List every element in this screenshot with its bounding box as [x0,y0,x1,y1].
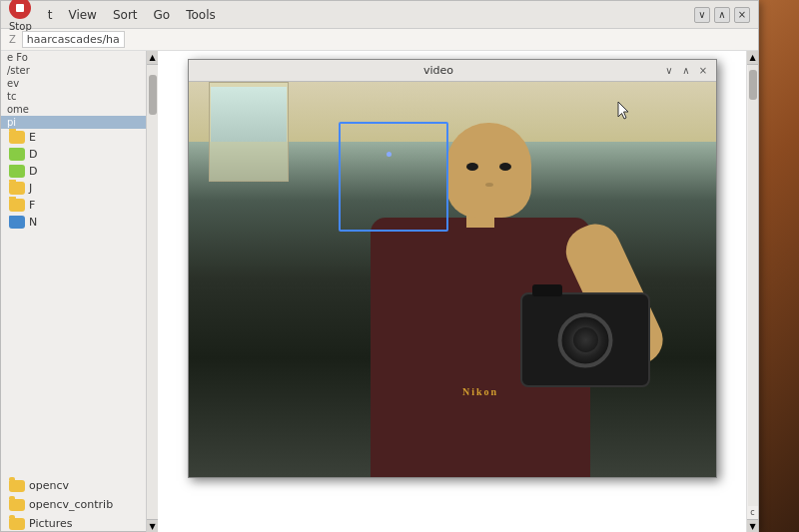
eye-detection-dot [387,152,392,157]
bottom-folder-opencv[interactable]: opencv [1,476,146,495]
desktop: Stop t View Sort Go Tools ∨ ∧ × Z haarca… [0,0,799,532]
stop-icon-inner [16,4,24,12]
sidebar-path-tc[interactable]: tc [1,90,146,103]
menu-items: t View Sort Go Tools [44,6,220,24]
head [446,123,531,218]
folder-label: Pictures [29,517,73,530]
main-scroll-up[interactable]: ▲ [747,51,759,65]
scroll-text-c[interactable]: c [748,506,756,519]
minimize-button[interactable]: ∨ [694,7,710,23]
sidebar-path-ev[interactable]: ev [1,77,146,90]
folder-icon-blue [9,216,25,229]
stop-button[interactable]: Stop [9,0,32,32]
sidebar-item-d1[interactable]: D [1,146,146,163]
main-scroll-track [748,65,758,506]
scroll-thumb[interactable] [149,75,157,115]
sidebar-label: F [29,199,35,212]
sidebar-path-pi[interactable]: pi [1,116,146,129]
folder-icon-green2 [9,165,25,178]
bottom-folder-opencv-contrib[interactable]: opencv_contrib [1,495,146,514]
video-controls: ∨ ∧ × [662,64,710,78]
close-button[interactable]: × [734,7,750,23]
main-scroll-down[interactable]: ▼ [747,519,759,532]
camera-lens [558,312,613,367]
folder-icon-j [9,182,25,195]
menubar: Stop t View Sort Go Tools ∨ ∧ × [1,1,758,29]
folder-icon-green [9,148,25,161]
main-scroll-thumb[interactable] [749,70,757,100]
sidebar-path-ome[interactable]: ome [1,103,146,116]
nikon-text: Nikon [462,386,498,397]
path-text: Z [9,34,16,45]
menu-item-t[interactable]: t [44,6,57,24]
sidebar-label: D [29,165,37,178]
sidebar-path-ster[interactable]: /ster [1,64,146,77]
menu-item-go[interactable]: Go [150,6,175,24]
sidebar-item-n[interactable]: N [1,214,146,231]
folder-icon-f [9,199,25,212]
left-eye [466,163,478,171]
sidebar-item-e[interactable]: E [1,129,146,146]
bg-window-glass [211,87,287,142]
scroll-up-arrow[interactable]: ▲ [147,51,159,65]
folder-icon-opencv-contrib [9,499,25,511]
video-maximize-btn[interactable]: ∧ [679,64,693,78]
folder-label: opencv [29,479,69,492]
menu-item-tools[interactable]: Tools [182,6,220,24]
scroll-down-arrow[interactable]: ▼ [147,519,159,532]
folder-label: opencv_contrib [29,498,113,511]
sidebar-label: D [29,148,37,161]
window-controls: ∨ ∧ × [694,7,750,23]
sidebar-label: J [29,182,32,195]
video-title: video [215,64,662,77]
sidebar-path-efo[interactable]: e Fo [1,51,146,64]
sidebar-area: e Fo /ster ev tc ome pi E D [1,51,158,532]
right-eye [499,163,511,171]
main-area: ▲ c ▼ video ∨ ∧ × [158,51,758,532]
sidebar-panel: e Fo /ster ev tc ome pi E D [1,51,146,532]
folder-icon-opencv [9,480,25,492]
bottom-folder-pictures[interactable]: Pictures [1,514,146,532]
path-bar[interactable]: haarcascades/ha [22,31,125,48]
fm-content: e Fo /ster ev tc ome pi E D [1,51,758,532]
camera-lens-inner [573,327,598,352]
path-toolbar: Z haarcascades/ha [1,29,758,51]
sidebar-item-j[interactable]: J [1,180,146,197]
file-manager-window: Stop t View Sort Go Tools ∨ ∧ × Z haarca… [0,0,759,532]
menu-item-view[interactable]: View [64,6,100,24]
video-window: video ∨ ∧ × [188,59,717,478]
sidebar-item-d2[interactable]: D [1,163,146,180]
folder-icon-pictures [9,518,25,530]
sidebar-scrollbar[interactable]: ▲ ▼ [146,51,158,532]
person-body: Nikon [341,128,620,477]
maximize-button[interactable]: ∧ [714,7,730,23]
menu-item-sort[interactable]: Sort [109,6,142,24]
sidebar-label: N [29,216,37,229]
main-scrollbar[interactable]: ▲ c ▼ [746,51,758,532]
video-titlebar: video ∨ ∧ × [189,60,716,82]
nose [485,183,493,187]
video-minimize-btn[interactable]: ∨ [662,64,676,78]
sidebar-label: E [29,131,36,144]
scroll-track [148,65,158,519]
video-close-btn[interactable]: × [696,64,710,78]
camera-top [532,284,562,296]
camera-body [520,292,650,387]
video-content: Nikon [189,82,716,477]
folder-icon [9,131,25,144]
sidebar-item-f[interactable]: F [1,197,146,214]
video-background: Nikon [189,82,716,477]
stop-icon [9,0,31,19]
